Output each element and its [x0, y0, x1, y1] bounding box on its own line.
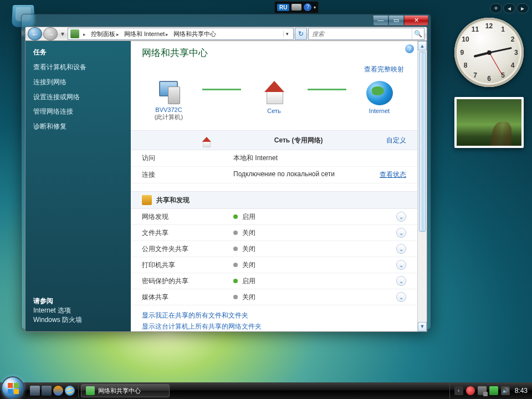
- taskbar-app-icon: [86, 386, 95, 395]
- expand-button[interactable]: ⌄: [396, 244, 406, 254]
- tray-overflow-icon[interactable]: ‹: [454, 386, 463, 395]
- row-media-sharing: 媒体共享关闭 ⌄: [131, 289, 417, 305]
- breadcrumb-control-panel[interactable]: 控制面板: [90, 29, 121, 39]
- help-icon[interactable]: ?: [405, 44, 414, 53]
- scroll-up-button[interactable]: ▲: [418, 41, 427, 50]
- search-icon[interactable]: 🔍: [412, 28, 424, 39]
- content-pane: ? 网络和共享中心 查看完整映射 BVV372C (此计算机) Сеть: [131, 41, 417, 331]
- switch-windows-icon[interactable]: [42, 386, 52, 396]
- map-link-2: [308, 89, 346, 90]
- scroll-down-button[interactable]: ▼: [418, 322, 427, 331]
- expand-button[interactable]: ⌄: [396, 260, 406, 270]
- keyboard-icon[interactable]: [291, 4, 301, 11]
- navigation-toolbar: ← → ▾ 控制面板 网络和 Internet 网络和共享中心 ▾ ↻ 搜索 🔍: [25, 27, 427, 41]
- page-title: 网络和共享中心: [131, 47, 417, 65]
- gadget-prev-button[interactable]: ◂: [503, 3, 515, 13]
- sidebar-manage-connections[interactable]: 管理网络连接: [33, 107, 123, 116]
- expand-button[interactable]: ⌄: [396, 212, 406, 222]
- network-small-icon: [201, 137, 205, 141]
- langbar-options-icon[interactable]: ▾: [314, 5, 316, 10]
- view-status-link[interactable]: 查看状态: [380, 170, 406, 180]
- row-public-folder-sharing: 公用文件夹共享关闭 ⌄: [131, 241, 417, 257]
- tray-security-icon[interactable]: [466, 386, 475, 395]
- connection-label: 连接: [142, 170, 233, 180]
- sharing-icon: [142, 195, 152, 205]
- expand-button[interactable]: ⌄: [396, 228, 406, 238]
- sharing-section-header: 共享和发现: [131, 191, 417, 209]
- show-desktop-icon[interactable]: [30, 386, 40, 396]
- sidebar-connect-network[interactable]: 连接到网络: [33, 78, 123, 87]
- clock-gadget[interactable]: 12 1 2 3 4 5 6 7 8 9 10 11: [454, 18, 524, 87]
- access-value: 本地和 Internet: [233, 154, 406, 163]
- sidebar-setup-connection[interactable]: 设置连接或网络: [33, 93, 123, 102]
- row-printer-sharing: 打印机共享关闭 ⌄: [131, 257, 417, 273]
- map-link-1: [202, 89, 241, 90]
- nav-history-dropdown[interactable]: ▾: [59, 30, 66, 38]
- breadcrumb-network-center[interactable]: 网络和共享中心: [172, 29, 217, 39]
- computer-icon: [156, 80, 182, 104]
- network-icon: [261, 81, 288, 105]
- view-full-map-link[interactable]: 查看完整映射: [364, 65, 404, 73]
- quick-launch: [27, 384, 79, 397]
- taskbar-active-window[interactable]: 网络和共享中心: [81, 384, 170, 397]
- network-map: BVV372C (此计算机) Сеть Internet: [131, 78, 417, 130]
- tray-clock[interactable]: 8:43: [513, 387, 528, 395]
- address-bar[interactable]: 控制面板 网络和 Internet 网络和共享中心 ▾: [68, 28, 294, 40]
- connection-value: Подключение по локальной сети: [233, 170, 380, 180]
- gadget-add-button[interactable]: +: [490, 3, 502, 13]
- vertical-scrollbar[interactable]: ▲ ▼: [417, 41, 427, 331]
- network-section-header: Сеть (专用网络) 自定义: [131, 130, 417, 150]
- tasks-sidebar: 任务 查看计算机和设备 连接到网络 设置连接或网络 管理网络连接 诊断和修复 请…: [25, 41, 131, 331]
- tray-network-icon[interactable]: [478, 386, 487, 395]
- sidebar-diagnose-repair[interactable]: 诊断和修复: [33, 122, 123, 131]
- expand-button[interactable]: ⌄: [396, 276, 406, 286]
- back-button[interactable]: ←: [28, 27, 42, 40]
- control-panel-window: — ▭ ✕ ← → ▾ 控制面板 网络和 Internet 网络和共享中心 ▾ …: [21, 14, 431, 330]
- search-input[interactable]: 搜索 🔍: [308, 28, 424, 40]
- row-password-protected-sharing: 密码保护的共享启用 ⌄: [131, 273, 417, 289]
- gadget-next-button[interactable]: ▸: [516, 3, 529, 13]
- seealso-internet-options[interactable]: Internet 选项: [33, 306, 71, 314]
- taskbar: 网络和共享中心 ‹ 🔊 8:43: [0, 382, 532, 399]
- map-network[interactable]: Сеть: [241, 81, 308, 121]
- input-language[interactable]: RU: [277, 4, 289, 11]
- expand-button[interactable]: ⌄: [396, 292, 406, 302]
- forward-button[interactable]: →: [43, 27, 58, 40]
- show-shared-files-link[interactable]: 显示我正在共享的所有文件和文件夹: [142, 310, 406, 322]
- system-tray: ‹ 🔊 8:43: [449, 382, 532, 399]
- map-internet[interactable]: Internet: [346, 81, 413, 121]
- tasks-heading: 任务: [33, 48, 123, 57]
- start-button[interactable]: [1, 376, 24, 399]
- customize-link[interactable]: 自定义: [386, 136, 406, 145]
- tray-volume-icon[interactable]: 🔊: [501, 386, 510, 395]
- map-this-pc[interactable]: BVV372C (此计算机): [136, 80, 202, 121]
- show-shared-folders-link[interactable]: 显示这台计算机上所有共享的网络文件夹: [142, 323, 262, 330]
- breadcrumb-network-internet[interactable]: 网络和 Internet: [123, 29, 171, 39]
- scroll-thumb[interactable]: [419, 52, 426, 232]
- minimize-button[interactable]: —: [373, 16, 388, 25]
- internet-icon: [366, 81, 393, 105]
- seealso-heading: 请参阅: [33, 296, 123, 306]
- row-file-sharing: 文件共享关闭 ⌄: [131, 225, 417, 241]
- sidebar-view-devices[interactable]: 查看计算机和设备: [33, 63, 123, 72]
- media-player-icon[interactable]: [53, 386, 63, 396]
- refresh-button[interactable]: ↻: [295, 28, 307, 40]
- maximize-button[interactable]: ▭: [388, 16, 404, 25]
- close-button[interactable]: ✕: [404, 16, 428, 25]
- tray-battery-icon[interactable]: [489, 386, 498, 395]
- language-bar[interactable]: RU ? ▾: [274, 1, 319, 13]
- access-label: 访问: [142, 154, 233, 163]
- help-icon[interactable]: ?: [304, 3, 311, 11]
- internet-explorer-icon[interactable]: [65, 386, 75, 396]
- control-panel-icon: [70, 29, 79, 38]
- seealso-windows-firewall[interactable]: Windows 防火墙: [33, 316, 82, 324]
- slideshow-gadget[interactable]: [454, 97, 524, 148]
- row-network-discovery: 网络发现启用 ⌄: [131, 209, 417, 225]
- address-dropdown[interactable]: ▾: [283, 31, 291, 37]
